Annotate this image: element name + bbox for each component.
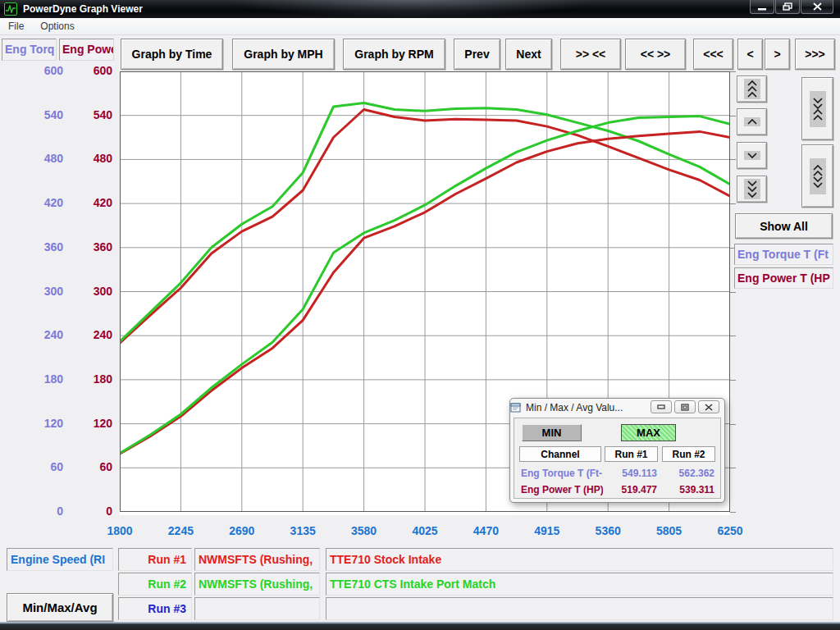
prev-button[interactable]: Prev — [454, 39, 500, 70]
x-tick-rpm: 3580 — [338, 524, 390, 537]
maximize-button[interactable] — [775, 0, 800, 14]
x-tick-rpm: 2245 — [154, 524, 207, 537]
close-icon — [813, 2, 822, 11]
axis-tick-mark — [730, 512, 736, 513]
minmax-maximize-button[interactable] — [674, 400, 696, 413]
y-tick-power: 180 — [78, 372, 112, 386]
run-label-box: Run #1 — [118, 548, 192, 571]
x-tick-rpm: 3135 — [276, 524, 329, 537]
app-titlebar[interactable]: PowerDyne Graph Viewer — [0, 0, 840, 18]
graph-by-mph-button[interactable]: Graph by MPH — [232, 39, 335, 70]
menu-item-options[interactable]: Options — [32, 19, 82, 34]
x-tick-rpm: 4025 — [399, 524, 451, 537]
x-tick-rpm: 6250 — [704, 524, 756, 537]
zoom-out-ends-button[interactable]: << >> — [625, 39, 686, 70]
next-button[interactable]: Next — [505, 39, 552, 70]
column-header-run2: Run #2 — [662, 446, 715, 462]
waveform-icon — [4, 2, 17, 16]
show-all-button[interactable]: Show All — [735, 213, 833, 239]
triple-chevron-up-button[interactable] — [737, 75, 767, 103]
min-button[interactable]: MIN — [522, 424, 582, 441]
y-tick-torque: 240 — [29, 328, 63, 341]
minmax-window-titlebar[interactable]: Min / Max / Avg Valu... — [510, 399, 724, 417]
y-tick-torque: 120 — [29, 417, 63, 430]
minmax-value-run1: 519.477 — [606, 484, 657, 495]
chevron-down-button[interactable] — [737, 142, 767, 169]
zoom-in-ends-button[interactable]: >> << — [560, 39, 621, 70]
y-tick-torque: 360 — [29, 240, 63, 253]
minmax-channel-label: Eng Torque T (Ft- — [521, 468, 603, 479]
minmax-avg-button[interactable]: Min/Max/Avg — [7, 593, 113, 622]
menu-item-file[interactable]: File — [0, 19, 32, 34]
run-file-box — [194, 597, 320, 620]
x-tick-rpm: 4470 — [459, 524, 512, 537]
y-tick-power: 600 — [78, 64, 112, 77]
minmax-window-body: MIN MAX Channel Run #1 Run #2 Eng Torque… — [514, 418, 721, 499]
expand-vertical-button[interactable] — [801, 144, 833, 208]
triple-chevron-down-icon — [744, 179, 760, 199]
y-tick-power: 240 — [78, 328, 112, 341]
y-tick-power: 480 — [78, 152, 112, 165]
axis-tick-mark — [730, 380, 736, 381]
axis-tick-mark — [730, 468, 736, 468]
window-title: PowerDyne Graph Viewer — [23, 3, 143, 15]
axis-header-torque: Eng Torq — [2, 39, 57, 61]
y-tick-torque: 540 — [29, 108, 63, 121]
maximize-icon — [783, 2, 792, 11]
run-file-box: NWMSFTS (Rushing, — [194, 573, 320, 596]
run-label-box: Run #2 — [118, 573, 192, 596]
form-icon — [510, 403, 521, 413]
x-axis-channel-box: Engine Speed (RI — [7, 548, 113, 571]
x-tick-rpm: 4915 — [521, 524, 573, 537]
expand-vertical-icon — [810, 158, 826, 194]
axis-header-power: Eng Powe — [59, 39, 114, 61]
run-label-box: Run #3 — [118, 597, 192, 620]
y-tick-torque: 180 — [29, 372, 63, 386]
minimize-button[interactable] — [750, 0, 774, 14]
channel-box-power[interactable]: Eng Power T (HP — [734, 267, 833, 289]
minmax-close-button[interactable] — [698, 400, 719, 413]
y-tick-power: 540 — [78, 108, 112, 121]
max-button[interactable]: MAX — [621, 424, 676, 441]
last-button[interactable]: >>> — [795, 39, 835, 70]
step-left-button[interactable]: < — [737, 39, 763, 70]
run-description-box — [326, 597, 833, 620]
minmax-value-run2: 539.311 — [664, 484, 714, 495]
triple-chevron-up-icon — [744, 79, 760, 99]
titlebar-glare — [148, 0, 673, 18]
axis-tick-mark — [730, 203, 736, 204]
collapse-vertical-button[interactable] — [801, 77, 833, 140]
x-tick-rpm: 5360 — [582, 524, 634, 537]
maximize-icon — [681, 404, 689, 411]
menubar: File Options — [0, 18, 840, 35]
minmax-window-title: Min / Max / Avg Valu... — [526, 402, 623, 413]
minmax-value-run2: 562.362 — [664, 468, 714, 479]
step-right-button[interactable]: > — [765, 39, 790, 70]
first-button[interactable]: <<< — [693, 39, 733, 70]
chevron-up-icon — [744, 117, 760, 126]
triple-chevron-down-button[interactable] — [737, 176, 767, 203]
minmax-value-run1: 549.113 — [606, 468, 657, 479]
close-button[interactable] — [801, 0, 833, 14]
graph-by-time-button[interactable]: Graph by Time — [121, 39, 223, 70]
close-icon — [705, 404, 713, 411]
collapse-vertical-icon — [810, 91, 826, 127]
run-description-box: TTE710 CTS Intake Port Match — [326, 573, 833, 596]
graph-by-rpm-button[interactable]: Graph by RPM — [343, 39, 445, 70]
axis-tick-mark — [730, 424, 736, 425]
minmax-channel-label: Eng Power T (HP) — [521, 484, 603, 495]
y-tick-torque: 420 — [29, 196, 63, 209]
y-tick-power: 0 — [78, 504, 112, 518]
y-tick-power: 120 — [78, 417, 112, 430]
y-tick-torque: 300 — [29, 285, 63, 298]
x-tick-rpm: 5805 — [643, 524, 696, 537]
axis-tick-mark — [730, 71, 736, 72]
channel-box-torque[interactable]: Eng Torque T (Ft — [734, 244, 833, 265]
minmax-minimize-button[interactable] — [651, 400, 672, 413]
minmax-window: Min / Max / Avg Valu... MIN MAX Channel … — [509, 398, 725, 503]
axis-tick-mark — [730, 159, 736, 160]
run-description-box: TTE710 Stock Intake — [326, 548, 833, 571]
column-header-run1: Run #1 — [605, 446, 658, 462]
app-window: PowerDyne Graph Viewer File Options Eng … — [0, 0, 840, 630]
chevron-up-button[interactable] — [737, 108, 767, 135]
